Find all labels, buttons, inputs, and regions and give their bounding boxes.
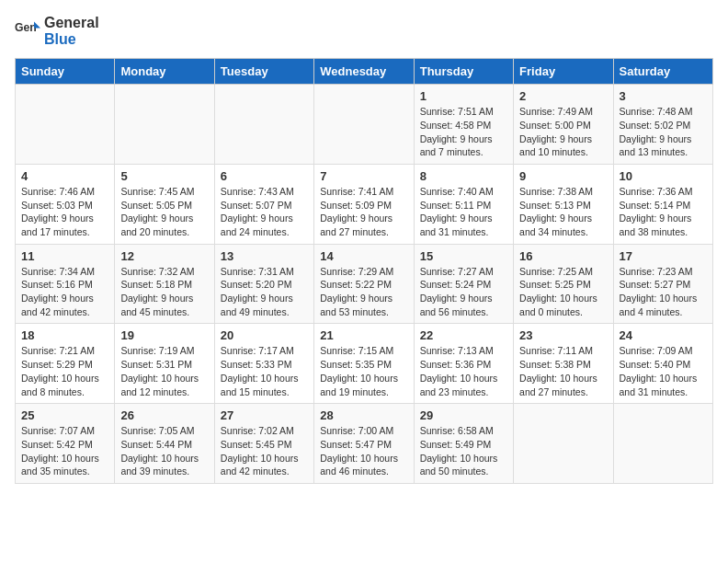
calendar-cell: 2Sunrise: 7:49 AM Sunset: 5:00 PM Daylig… — [514, 85, 613, 165]
day-info: Sunrise: 7:15 AM Sunset: 5:35 PM Dayligh… — [320, 344, 407, 398]
day-info: Sunrise: 6:58 AM Sunset: 5:49 PM Dayligh… — [420, 424, 507, 478]
calendar-week-row: 1Sunrise: 7:51 AM Sunset: 4:58 PM Daylig… — [16, 85, 713, 165]
day-info: Sunrise: 7:17 AM Sunset: 5:33 PM Dayligh… — [221, 344, 308, 398]
day-number: 1 — [420, 89, 507, 103]
day-info: Sunrise: 7:38 AM Sunset: 5:13 PM Dayligh… — [519, 185, 607, 239]
day-info: Sunrise: 7:32 AM Sunset: 5:18 PM Dayligh… — [120, 265, 208, 319]
calendar-cell: 6Sunrise: 7:43 AM Sunset: 5:07 PM Daylig… — [214, 164, 313, 244]
calendar-cell: 17Sunrise: 7:23 AM Sunset: 5:27 PM Dayli… — [613, 244, 712, 324]
day-number: 17 — [620, 249, 707, 263]
calendar-cell — [514, 404, 613, 484]
day-info: Sunrise: 7:19 AM Sunset: 5:31 PM Dayligh… — [120, 344, 208, 398]
calendar-cell: 4Sunrise: 7:46 AM Sunset: 5:03 PM Daylig… — [16, 164, 115, 244]
svg-marker-1 — [34, 21, 40, 28]
day-info: Sunrise: 7:09 AM Sunset: 5:40 PM Dayligh… — [620, 344, 707, 398]
day-number: 21 — [320, 328, 407, 342]
day-number: 16 — [519, 249, 607, 263]
day-info: Sunrise: 7:51 AM Sunset: 4:58 PM Dayligh… — [420, 105, 507, 159]
day-number: 11 — [21, 249, 108, 263]
calendar-cell: 8Sunrise: 7:40 AM Sunset: 5:11 PM Daylig… — [414, 164, 513, 244]
day-number: 22 — [420, 328, 507, 342]
day-number: 28 — [320, 408, 407, 422]
calendar-cell: 10Sunrise: 7:36 AM Sunset: 5:14 PM Dayli… — [613, 164, 712, 244]
day-info: Sunrise: 7:29 AM Sunset: 5:22 PM Dayligh… — [320, 265, 407, 319]
calendar-week-row: 11Sunrise: 7:34 AM Sunset: 5:16 PM Dayli… — [16, 244, 713, 324]
day-info: Sunrise: 7:13 AM Sunset: 5:36 PM Dayligh… — [420, 344, 507, 398]
day-info: Sunrise: 7:48 AM Sunset: 5:02 PM Dayligh… — [620, 105, 707, 159]
day-number: 9 — [519, 169, 607, 183]
day-info: Sunrise: 7:45 AM Sunset: 5:05 PM Dayligh… — [120, 185, 208, 239]
calendar-cell: 27Sunrise: 7:02 AM Sunset: 5:45 PM Dayli… — [214, 404, 313, 484]
calendar-cell: 11Sunrise: 7:34 AM Sunset: 5:16 PM Dayli… — [16, 244, 115, 324]
day-info: Sunrise: 7:27 AM Sunset: 5:24 PM Dayligh… — [420, 265, 507, 319]
calendar-cell: 12Sunrise: 7:32 AM Sunset: 5:18 PM Dayli… — [115, 244, 214, 324]
day-number: 12 — [120, 249, 208, 263]
header-day-wednesday: Wednesday — [314, 59, 414, 85]
header-day-saturday: Saturday — [613, 59, 712, 85]
calendar-week-row: 18Sunrise: 7:21 AM Sunset: 5:29 PM Dayli… — [16, 324, 713, 404]
day-info: Sunrise: 7:31 AM Sunset: 5:20 PM Dayligh… — [221, 265, 308, 319]
calendar-cell: 23Sunrise: 7:11 AM Sunset: 5:38 PM Dayli… — [514, 324, 613, 404]
day-number: 3 — [620, 89, 707, 103]
header-day-monday: Monday — [115, 59, 214, 85]
calendar-cell — [314, 85, 414, 165]
calendar-cell: 21Sunrise: 7:15 AM Sunset: 5:35 PM Dayli… — [314, 324, 414, 404]
day-info: Sunrise: 7:02 AM Sunset: 5:45 PM Dayligh… — [221, 424, 308, 478]
calendar-cell: 24Sunrise: 7:09 AM Sunset: 5:40 PM Dayli… — [613, 324, 712, 404]
day-number: 25 — [21, 408, 108, 422]
day-info: Sunrise: 7:41 AM Sunset: 5:09 PM Dayligh… — [320, 185, 407, 239]
day-info: Sunrise: 7:49 AM Sunset: 5:00 PM Dayligh… — [519, 105, 607, 159]
logo: Gen General Blue — [15, 15, 99, 47]
calendar-cell: 18Sunrise: 7:21 AM Sunset: 5:29 PM Dayli… — [16, 324, 115, 404]
calendar-cell: 7Sunrise: 7:41 AM Sunset: 5:09 PM Daylig… — [314, 164, 414, 244]
day-number: 2 — [519, 89, 607, 103]
calendar-cell — [115, 85, 214, 165]
calendar-cell: 3Sunrise: 7:48 AM Sunset: 5:02 PM Daylig… — [613, 85, 712, 165]
day-number: 27 — [221, 408, 308, 422]
calendar-week-row: 25Sunrise: 7:07 AM Sunset: 5:42 PM Dayli… — [16, 404, 713, 484]
svg-text:Gen: Gen — [15, 21, 37, 34]
day-info: Sunrise: 7:43 AM Sunset: 5:07 PM Dayligh… — [221, 185, 308, 239]
day-number: 6 — [221, 169, 308, 183]
calendar-cell: 19Sunrise: 7:19 AM Sunset: 5:31 PM Dayli… — [115, 324, 214, 404]
calendar-cell: 15Sunrise: 7:27 AM Sunset: 5:24 PM Dayli… — [414, 244, 513, 324]
day-info: Sunrise: 7:05 AM Sunset: 5:44 PM Dayligh… — [120, 424, 208, 478]
day-number: 18 — [21, 328, 108, 342]
day-info: Sunrise: 7:40 AM Sunset: 5:11 PM Dayligh… — [420, 185, 507, 239]
calendar-cell: 28Sunrise: 7:00 AM Sunset: 5:47 PM Dayli… — [314, 404, 414, 484]
header-day-friday: Friday — [514, 59, 613, 85]
calendar-cell: 16Sunrise: 7:25 AM Sunset: 5:25 PM Dayli… — [514, 244, 613, 324]
day-number: 20 — [221, 328, 308, 342]
day-info: Sunrise: 7:46 AM Sunset: 5:03 PM Dayligh… — [21, 185, 108, 239]
calendar-cell: 20Sunrise: 7:17 AM Sunset: 5:33 PM Dayli… — [214, 324, 313, 404]
calendar-cell — [16, 85, 115, 165]
logo-text: General Blue — [44, 15, 99, 47]
day-number: 19 — [120, 328, 208, 342]
day-info: Sunrise: 7:11 AM Sunset: 5:38 PM Dayligh… — [519, 344, 607, 398]
day-number: 23 — [519, 328, 607, 342]
page-header: Gen General Blue — [15, 15, 713, 47]
day-info: Sunrise: 7:21 AM Sunset: 5:29 PM Dayligh… — [21, 344, 108, 398]
calendar-cell: 14Sunrise: 7:29 AM Sunset: 5:22 PM Dayli… — [314, 244, 414, 324]
day-info: Sunrise: 7:25 AM Sunset: 5:25 PM Dayligh… — [519, 265, 607, 319]
calendar-cell: 13Sunrise: 7:31 AM Sunset: 5:20 PM Dayli… — [214, 244, 313, 324]
day-number: 24 — [620, 328, 707, 342]
day-number: 8 — [420, 169, 507, 183]
header-day-sunday: Sunday — [16, 59, 115, 85]
calendar-cell: 25Sunrise: 7:07 AM Sunset: 5:42 PM Dayli… — [16, 404, 115, 484]
day-number: 7 — [320, 169, 407, 183]
logo-icon: Gen — [15, 18, 40, 44]
day-info: Sunrise: 7:07 AM Sunset: 5:42 PM Dayligh… — [21, 424, 108, 478]
header-day-tuesday: Tuesday — [214, 59, 313, 85]
day-number: 4 — [21, 169, 108, 183]
day-number: 26 — [120, 408, 208, 422]
calendar-cell: 29Sunrise: 6:58 AM Sunset: 5:49 PM Dayli… — [414, 404, 513, 484]
calendar-cell: 26Sunrise: 7:05 AM Sunset: 5:44 PM Dayli… — [115, 404, 214, 484]
day-number: 5 — [120, 169, 208, 183]
calendar-cell — [214, 85, 313, 165]
day-info: Sunrise: 7:00 AM Sunset: 5:47 PM Dayligh… — [320, 424, 407, 478]
day-number: 29 — [420, 408, 507, 422]
calendar-cell — [613, 404, 712, 484]
day-info: Sunrise: 7:34 AM Sunset: 5:16 PM Dayligh… — [21, 265, 108, 319]
header-day-thursday: Thursday — [414, 59, 513, 85]
